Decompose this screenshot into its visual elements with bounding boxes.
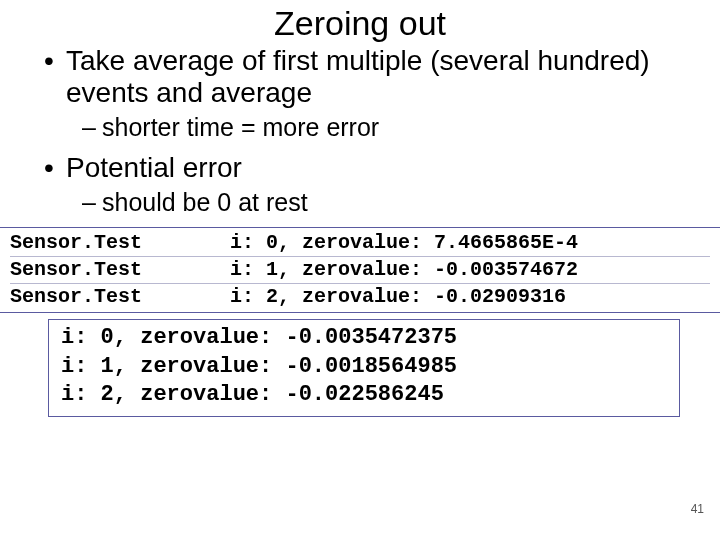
log-tag: Sensor.Test: [10, 284, 230, 310]
log-line: i: 0, zerovalue: -0.0035472375: [61, 324, 667, 353]
log-tag: Sensor.Test: [10, 230, 230, 256]
log-tag: Sensor.Test: [10, 257, 230, 283]
page-number: 41: [691, 502, 704, 516]
slide-title: Zeroing out: [0, 4, 720, 43]
log-row: Sensor.Test i: 2, zerovalue: -0.02909316: [10, 284, 710, 310]
sub-bullet-item: shorter time = more error: [82, 113, 690, 142]
log-output-bottom: i: 0, zerovalue: -0.0035472375 i: 1, zer…: [48, 319, 680, 417]
log-value: i: 1, zerovalue: -0.003574672: [230, 257, 710, 283]
log-line: i: 1, zerovalue: -0.0018564985: [61, 353, 667, 382]
bullet-item: Potential error: [40, 152, 690, 184]
log-row: Sensor.Test i: 0, zerovalue: 7.4665865E-…: [10, 230, 710, 257]
sub-bullet-item: should be 0 at rest: [82, 188, 690, 217]
slide: Zeroing out Take average of first multip…: [0, 0, 720, 540]
log-line: i: 2, zerovalue: -0.022586245: [61, 381, 667, 410]
log-value: i: 2, zerovalue: -0.02909316: [230, 284, 710, 310]
log-row: Sensor.Test i: 1, zerovalue: -0.00357467…: [10, 257, 710, 284]
bullet-item: Take average of first multiple (several …: [40, 45, 690, 109]
log-value: i: 0, zerovalue: 7.4665865E-4: [230, 230, 710, 256]
log-output-top: Sensor.Test i: 0, zerovalue: 7.4665865E-…: [0, 227, 720, 313]
slide-body: Take average of first multiple (several …: [0, 45, 720, 217]
